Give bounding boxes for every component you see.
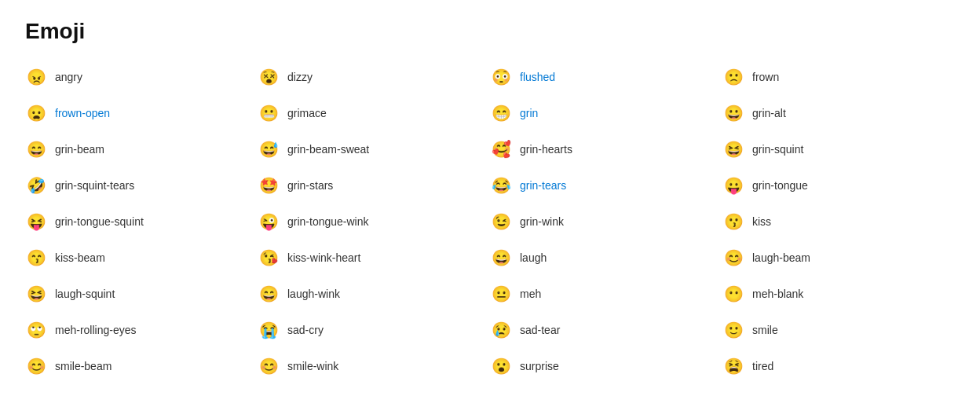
emoji-item-smile-beam: 😊smile-beam [25,352,258,380]
emoji-item-smile: 🙂smile [722,316,955,344]
emoji-icon-laugh-squint: 😆 [25,283,47,305]
emoji-item-laugh-squint: 😆laugh-squint [25,280,258,308]
emoji-icon-angry: 😠 [25,66,47,88]
emoji-item-grin-tongue: 😛grin-tongue [722,171,955,200]
emoji-label-angry: angry [55,71,82,83]
emoji-item-grin-beam-sweat: 😅grin-beam-sweat [258,135,490,163]
emoji-item-meh-rolling-eyes: 🙄meh-rolling-eyes [25,316,258,344]
emoji-icon-grin-squint: 😆 [722,138,744,160]
emoji-item-angry: 😠angry [25,63,258,91]
emoji-label-meh-rolling-eyes: meh-rolling-eyes [55,324,136,336]
emoji-label-meh: meh [520,288,541,300]
emoji-label-smile-wink: smile-wink [287,360,338,372]
emoji-label-kiss-wink-heart: kiss-wink-heart [287,251,360,264]
emoji-label-dizzy: dizzy [287,71,313,83]
emoji-label-grin-tears[interactable]: grin-tears [520,179,566,192]
emoji-item-grin-tears: 😂grin-tears [490,171,722,200]
emoji-item-laugh: 😄laugh [490,244,722,272]
emoji-item-frown-open: 😦frown-open [25,99,258,127]
emoji-label-sad-tear: sad-tear [520,324,560,336]
emoji-item-dizzy: 😵dizzy [258,63,490,91]
emoji-item-grin-alt: 😀grin-alt [722,99,955,127]
emoji-icon-kiss-wink-heart: 😘 [258,247,280,269]
page-title: Emoji [25,19,955,44]
emoji-label-laugh-squint: laugh-squint [55,288,115,300]
emoji-label-kiss: kiss [752,215,771,228]
emoji-label-meh-blank: meh-blank [752,288,803,300]
emoji-label-grin-beam: grin-beam [55,143,104,156]
emoji-item-grin-stars: 🤩grin-stars [258,171,490,200]
emoji-item-grimace: 😬grimace [258,99,490,127]
emoji-item-meh-blank: 😶meh-blank [722,280,955,308]
emoji-item-laugh-beam: 😊laugh-beam [722,244,955,272]
emoji-icon-grin-stars: 🤩 [258,174,280,196]
emoji-item-frown: 🙁frown [722,63,955,91]
emoji-icon-kiss: 😗 [722,211,744,233]
emoji-item-grin-tongue-squint: 😝grin-tongue-squint [25,207,258,236]
emoji-label-grin[interactable]: grin [520,107,538,119]
emoji-label-grin-tongue: grin-tongue [752,179,808,192]
emoji-icon-tired: 😫 [722,355,744,377]
emoji-label-laugh-beam: laugh-beam [752,251,810,264]
emoji-item-grin-wink: 😉grin-wink [490,207,722,236]
emoji-label-grin-squint-tears: grin-squint-tears [55,179,134,192]
emoji-label-grimace: grimace [287,107,327,119]
emoji-icon-grin-beam-sweat: 😅 [258,138,280,160]
emoji-label-grin-stars: grin-stars [287,179,333,192]
emoji-icon-grin-tears: 😂 [490,174,512,196]
emoji-icon-flushed: 😳 [490,66,512,88]
emoji-label-grin-alt: grin-alt [752,107,786,119]
emoji-label-grin-beam-sweat: grin-beam-sweat [287,143,369,156]
emoji-label-laugh-wink: laugh-wink [287,288,340,300]
emoji-item-surprise: 😮surprise [490,352,722,380]
emoji-label-grin-squint: grin-squint [752,143,803,156]
emoji-label-smile-beam: smile-beam [55,360,112,372]
emoji-icon-frown: 🙁 [722,66,744,88]
emoji-label-grin-tongue-wink: grin-tongue-wink [287,215,369,228]
emoji-label-flushed[interactable]: flushed [520,71,555,83]
emoji-label-sad-cry: sad-cry [287,324,324,336]
emoji-icon-grin-alt: 😀 [722,102,744,124]
emoji-grid: 😠angry😵dizzy😳flushed🙁frown😦frown-open😬gr… [25,63,955,380]
emoji-item-grin-beam: 😄grin-beam [25,135,258,163]
emoji-item-kiss-beam: 😙kiss-beam [25,244,258,272]
emoji-item-sad-tear: 😢sad-tear [490,316,722,344]
emoji-label-kiss-beam: kiss-beam [55,251,105,264]
emoji-item-grin-squint: 😆grin-squint [722,135,955,163]
emoji-item-kiss-wink-heart: 😘kiss-wink-heart [258,244,490,272]
emoji-icon-laugh: 😄 [490,247,512,269]
emoji-item-grin: 😁grin [490,99,722,127]
emoji-item-grin-tongue-wink: 😜grin-tongue-wink [258,207,490,236]
emoji-item-sad-cry: 😭sad-cry [258,316,490,344]
emoji-icon-meh: 😐 [490,283,512,305]
emoji-icon-smile: 🙂 [722,319,744,341]
emoji-item-kiss: 😗kiss [722,207,955,236]
emoji-item-tired: 😫tired [722,352,955,380]
emoji-item-grin-hearts: 🥰grin-hearts [490,135,722,163]
emoji-icon-sad-cry: 😭 [258,319,280,341]
emoji-label-tired: tired [752,360,773,372]
emoji-icon-grin-tongue-squint: 😝 [25,211,47,233]
emoji-icon-smile-beam: 😊 [25,355,47,377]
emoji-icon-dizzy: 😵 [258,66,280,88]
emoji-icon-meh-rolling-eyes: 🙄 [25,319,47,341]
emoji-icon-kiss-beam: 😙 [25,247,47,269]
emoji-icon-laugh-beam: 😊 [722,247,744,269]
emoji-icon-sad-tear: 😢 [490,319,512,341]
emoji-item-meh: 😐meh [490,280,722,308]
emoji-icon-grin-squint-tears: 🤣 [25,174,47,196]
emoji-label-laugh: laugh [520,251,547,264]
emoji-label-smile: smile [752,324,778,336]
emoji-icon-grin-beam: 😄 [25,138,47,160]
emoji-item-flushed: 😳flushed [490,63,722,91]
emoji-icon-frown-open: 😦 [25,102,47,124]
emoji-label-grin-wink: grin-wink [520,215,564,228]
emoji-label-frown-open[interactable]: frown-open [55,107,110,119]
emoji-icon-laugh-wink: 😄 [258,283,280,305]
emoji-icon-surprise: 😮 [490,355,512,377]
emoji-icon-smile-wink: 😊 [258,355,280,377]
emoji-icon-meh-blank: 😶 [722,283,744,305]
emoji-item-grin-squint-tears: 🤣grin-squint-tears [25,171,258,200]
emoji-icon-grimace: 😬 [258,102,280,124]
emoji-icon-grin-tongue: 😛 [722,174,744,196]
